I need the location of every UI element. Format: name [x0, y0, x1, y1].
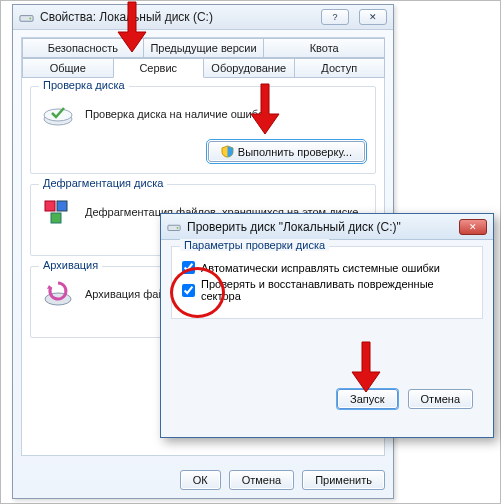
- svg-point-9: [177, 227, 179, 229]
- defrag-icon: [41, 195, 75, 229]
- svg-point-1: [29, 17, 31, 19]
- option-scan-sectors[interactable]: Проверять и восстанавливать поврежденные…: [182, 278, 472, 302]
- properties-title: Свойства: Локальный диск (C:): [40, 10, 311, 24]
- drive-icon: [167, 220, 181, 234]
- option-fix-errors-label: Автоматически исправлять системные ошибк…: [201, 262, 440, 274]
- svg-rect-5: [57, 201, 67, 211]
- drive-check-icon: [41, 97, 75, 131]
- help-button[interactable]: ?: [321, 9, 349, 25]
- backup-icon: [41, 277, 75, 311]
- check-options-title: Параметры проверки диска: [180, 239, 329, 251]
- tab-quota[interactable]: Квота: [263, 38, 385, 58]
- check-disk-desc: Проверка диска на наличие ошибок.: [85, 108, 272, 120]
- properties-titlebar[interactable]: Свойства: Локальный диск (C:) ? ✕: [13, 5, 393, 30]
- tab-strip: Безопасность Предыдущие версии Квота Общ…: [22, 38, 384, 78]
- group-check-disk-title: Проверка диска: [39, 79, 129, 91]
- tab-security[interactable]: Безопасность: [22, 38, 144, 58]
- start-button[interactable]: Запуск: [337, 389, 397, 409]
- check-disk-button-row: Запуск Отмена: [171, 379, 483, 409]
- tab-previous-versions[interactable]: Предыдущие версии: [143, 38, 265, 58]
- svg-rect-4: [45, 201, 55, 211]
- apply-button[interactable]: Применить: [302, 470, 385, 490]
- close-button[interactable]: ✕: [359, 9, 387, 25]
- group-check-disk: Проверка диска Проверка диска на наличие…: [30, 86, 376, 174]
- check-cancel-button[interactable]: Отмена: [408, 389, 473, 409]
- check-disk-titlebar[interactable]: Проверить диск "Локальный диск (C:)" ✕: [161, 214, 493, 240]
- check-disk-dialog: Проверить диск "Локальный диск (C:)" ✕ П…: [160, 213, 494, 438]
- tab-hardware[interactable]: Оборудование: [203, 58, 295, 78]
- tab-tools[interactable]: Сервис: [113, 58, 205, 78]
- check-options-group: Параметры проверки диска Автоматически и…: [171, 246, 483, 319]
- option-fix-errors-checkbox[interactable]: [182, 261, 195, 274]
- option-scan-sectors-label: Проверять и восстанавливать поврежденные…: [201, 278, 472, 302]
- tab-general[interactable]: Общие: [22, 58, 114, 78]
- group-defrag-title: Дефрагментация диска: [39, 177, 167, 189]
- check-disk-title: Проверить диск "Локальный диск (C:)": [187, 220, 449, 234]
- svg-rect-6: [51, 213, 61, 223]
- properties-button-row: ОК Отмена Применить: [21, 470, 385, 490]
- run-check-button[interactable]: Выполнить проверку...: [208, 141, 365, 162]
- shield-icon: [221, 145, 234, 158]
- tab-sharing[interactable]: Доступ: [294, 58, 386, 78]
- run-check-label: Выполнить проверку...: [238, 146, 352, 158]
- ok-button[interactable]: ОК: [180, 470, 221, 490]
- check-disk-close-button[interactable]: ✕: [459, 219, 487, 235]
- drive-icon: [19, 10, 34, 25]
- option-fix-errors[interactable]: Автоматически исправлять системные ошибк…: [182, 261, 472, 274]
- option-scan-sectors-checkbox[interactable]: [182, 284, 195, 297]
- group-backup-title: Архивация: [39, 259, 102, 271]
- cancel-button[interactable]: Отмена: [229, 470, 294, 490]
